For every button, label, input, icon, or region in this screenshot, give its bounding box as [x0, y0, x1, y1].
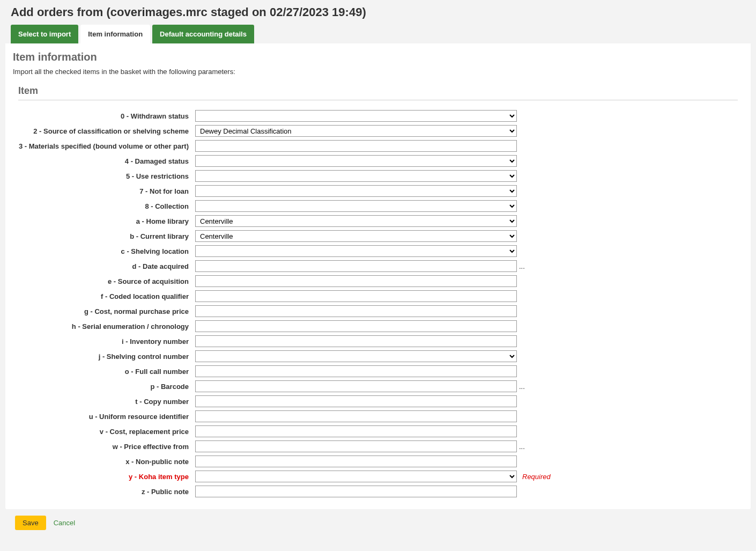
field-input-2[interactable]: Dewey Decimal Classification [195, 125, 517, 137]
field-label-5: 5 - Use restrictions [18, 172, 195, 180]
field-row-a: a - Home libraryCenterville [18, 215, 738, 227]
field-input-5[interactable] [195, 170, 517, 182]
field-input-u[interactable] [195, 410, 517, 422]
field-input-4[interactable] [195, 155, 517, 167]
field-label-i: i - Inventory number [18, 337, 195, 346]
item-info-panel: Item information Import all the checked … [5, 43, 751, 509]
field-row-w: w - Price effective from... [18, 440, 738, 452]
field-label-h: h - Serial enumeration / chronology [18, 322, 195, 330]
save-button[interactable]: Save [15, 516, 46, 530]
field-input-c[interactable] [195, 245, 517, 257]
field-row-2: 2 - Source of classification or shelving… [18, 125, 738, 137]
field-input-p[interactable] [195, 380, 517, 392]
field-label-f: f - Coded location qualifier [18, 292, 195, 300]
field-label-d: d - Date acquired [18, 262, 195, 270]
field-label-a: a - Home library [18, 217, 195, 225]
field-label-8: 8 - Collection [18, 202, 195, 210]
panel-heading: Item information [13, 51, 743, 63]
ellipsis-icon[interactable]: ... [517, 383, 525, 391]
field-input-w[interactable] [195, 440, 517, 452]
field-input-x[interactable] [195, 456, 517, 467]
cancel-link[interactable]: Cancel [54, 519, 75, 527]
field-row-u: u - Uniform resource identifier [18, 410, 738, 422]
field-input-o[interactable] [195, 365, 517, 377]
field-row-e: e - Source of acquisition [18, 275, 738, 287]
field-label-o: o - Full call number [18, 368, 195, 376]
tab-accounting[interactable]: Default accounting details [152, 25, 254, 43]
field-label-p: p - Barcode [18, 383, 195, 391]
field-label-2: 2 - Source of classification or shelving… [18, 127, 195, 135]
tabs: Select to importItem informationDefault … [5, 25, 751, 43]
field-row-t: t - Copy number [18, 395, 738, 407]
field-label-7: 7 - Not for loan [18, 187, 195, 195]
field-row-z: z - Public note [18, 486, 738, 497]
field-input-y[interactable] [195, 471, 517, 482]
field-input-j[interactable] [195, 350, 517, 362]
field-label-4: 4 - Damaged status [18, 157, 195, 165]
field-input-d[interactable] [195, 260, 517, 272]
field-label-y: y - Koha item type [18, 473, 195, 481]
field-row-x: x - Non-public note [18, 456, 738, 467]
page-title: Add orders from (coverimages.mrc staged … [5, 0, 751, 25]
field-input-i[interactable] [195, 335, 517, 347]
field-label-v: v - Cost, replacement price [18, 428, 195, 436]
field-row-0: 0 - Withdrawn status [18, 110, 738, 122]
field-row-5: 5 - Use restrictions [18, 170, 738, 182]
footer-actions: Save Cancel [5, 509, 751, 537]
field-row-i: i - Inventory number [18, 335, 738, 347]
field-row-y: y - Koha item typeRequired [18, 471, 738, 482]
item-form: 0 - Withdrawn status2 - Source of classi… [18, 110, 738, 497]
field-input-f[interactable] [195, 290, 517, 302]
field-row-8: 8 - Collection [18, 200, 738, 212]
field-label-b: b - Current library [18, 232, 195, 240]
ellipsis-icon[interactable]: ... [517, 443, 525, 451]
field-row-3: 3 - Materials specified (bound volume or… [18, 140, 738, 152]
field-input-t[interactable] [195, 395, 517, 407]
field-row-b: b - Current libraryCenterville [18, 230, 738, 242]
field-row-4: 4 - Damaged status [18, 155, 738, 167]
field-row-p: p - Barcode... [18, 380, 738, 392]
field-input-7[interactable] [195, 185, 517, 197]
required-hint: Required [517, 473, 551, 481]
field-label-g: g - Cost, normal purchase price [18, 307, 195, 315]
field-input-0[interactable] [195, 110, 517, 122]
field-label-c: c - Shelving location [18, 247, 195, 255]
field-label-t: t - Copy number [18, 398, 195, 406]
field-input-z[interactable] [195, 486, 517, 497]
fieldset-legend: Item [18, 85, 738, 100]
tab-item[interactable]: Item information [80, 25, 150, 43]
tab-select[interactable]: Select to import [11, 25, 78, 43]
field-row-h: h - Serial enumeration / chronology [18, 320, 738, 332]
field-label-j: j - Shelving control number [18, 352, 195, 361]
field-label-0: 0 - Withdrawn status [18, 112, 195, 120]
field-label-u: u - Uniform resource identifier [18, 413, 195, 421]
field-row-7: 7 - Not for loan [18, 185, 738, 197]
field-input-3[interactable] [195, 140, 517, 152]
field-label-w: w - Price effective from [18, 443, 195, 451]
field-row-v: v - Cost, replacement price [18, 425, 738, 437]
field-row-j: j - Shelving control number [18, 350, 738, 362]
field-row-f: f - Coded location qualifier [18, 290, 738, 302]
field-input-v[interactable] [195, 425, 517, 437]
field-row-o: o - Full call number [18, 365, 738, 377]
ellipsis-icon[interactable]: ... [517, 262, 525, 270]
field-label-z: z - Public note [18, 488, 195, 496]
field-input-e[interactable] [195, 275, 517, 287]
field-label-x: x - Non-public note [18, 458, 195, 466]
field-input-a[interactable]: Centerville [195, 215, 517, 227]
field-input-b[interactable]: Centerville [195, 230, 517, 242]
field-row-c: c - Shelving location [18, 245, 738, 257]
field-input-8[interactable] [195, 200, 517, 212]
field-label-e: e - Source of acquisition [18, 277, 195, 285]
field-row-d: d - Date acquired... [18, 260, 738, 272]
field-input-g[interactable] [195, 305, 517, 317]
panel-description: Import all the checked items in the bask… [13, 68, 743, 76]
field-row-g: g - Cost, normal purchase price [18, 305, 738, 317]
field-input-h[interactable] [195, 320, 517, 332]
field-label-3: 3 - Materials specified (bound volume or… [18, 142, 195, 150]
